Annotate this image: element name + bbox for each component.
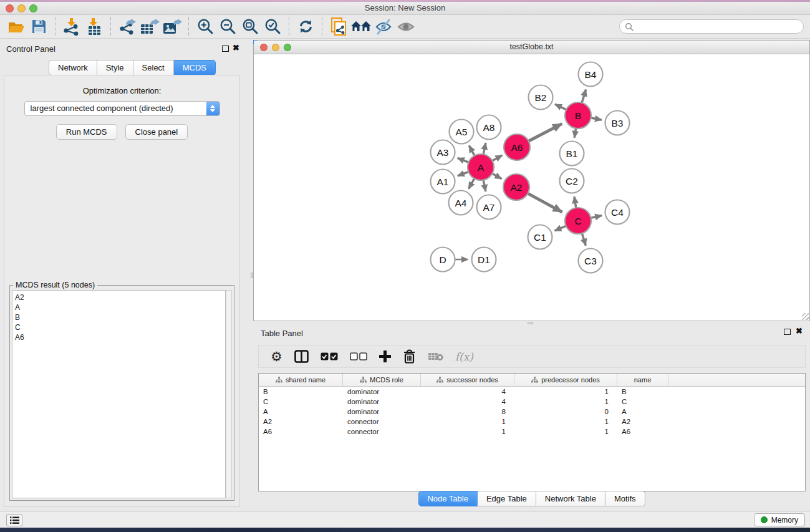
apply-layout-button[interactable] <box>294 17 317 37</box>
edge-C-C4[interactable] <box>591 216 602 218</box>
edge-B-B4[interactable] <box>582 89 586 103</box>
table-cell[interactable]: A <box>259 408 343 415</box>
table-cell[interactable]: A6 <box>617 428 668 435</box>
search-input[interactable] <box>634 22 798 31</box>
mcds-result-list[interactable]: A2 A B C A6 <box>12 290 226 498</box>
zoom-window-button[interactable] <box>29 4 37 12</box>
create-column-plus-icon[interactable] <box>379 351 391 362</box>
new-session-from-file-button[interactable] <box>327 17 350 37</box>
close-window-button[interactable] <box>6 4 14 12</box>
table-row[interactable]: Adominator80A <box>259 407 805 417</box>
column-header-shared-name[interactable]: shared name <box>259 374 343 386</box>
select-all-columns-icon[interactable] <box>321 352 338 360</box>
open-session-button[interactable] <box>5 17 27 37</box>
table-row[interactable]: A2connector11A2 <box>259 417 805 427</box>
node-table[interactable]: shared name MCDS role successor nodes pr… <box>258 373 806 491</box>
network-canvas[interactable]: B4B2BB3A5A8A6A3B1AA1C2A2A4A7C4CC1DD1C3 <box>254 54 809 321</box>
column-header-predecessor-nodes[interactable]: predecessor nodes <box>514 374 617 386</box>
vertical-splitter-handle[interactable] <box>251 273 253 278</box>
table-cell[interactable]: dominator <box>343 408 421 415</box>
minimize-network-window-button[interactable] <box>272 44 279 51</box>
memory-button[interactable]: Memory <box>754 513 805 526</box>
table-cell[interactable]: 1 <box>514 388 617 395</box>
table-row[interactable]: Cdominator41C <box>259 397 805 407</box>
main-titlebar[interactable]: Session: New Session <box>0 2 810 15</box>
edge-A-A4[interactable] <box>468 178 475 188</box>
tab-style[interactable]: Style <box>97 60 133 75</box>
table-cell[interactable]: 4 <box>421 388 514 395</box>
zoom-network-window-button[interactable] <box>284 44 291 51</box>
float-panel-icon[interactable] <box>222 46 229 52</box>
zoom-in-button[interactable] <box>194 17 216 37</box>
table-cell[interactable]: 1 <box>514 418 617 425</box>
show-tasks-button[interactable] <box>6 514 22 526</box>
delete-column-trash-icon[interactable] <box>403 349 416 364</box>
table-cell[interactable]: dominator <box>343 388 421 395</box>
result-item[interactable]: C <box>15 322 225 332</box>
edge-A-A7[interactable] <box>483 180 486 191</box>
import-table-button[interactable] <box>83 17 105 37</box>
result-list-scrollbar[interactable] <box>226 290 232 498</box>
show-graphics-details-button[interactable] <box>395 17 417 37</box>
table-cell[interactable]: 8 <box>421 408 514 415</box>
result-item[interactable]: A <box>15 302 225 312</box>
home-view-button[interactable] <box>350 17 372 37</box>
close-table-panel-icon[interactable]: ✖ <box>796 326 803 336</box>
table-cell[interactable]: 1 <box>421 428 514 435</box>
table-row[interactable]: A6connector11A6 <box>259 427 805 437</box>
function-builder-icon[interactable]: f(x) <box>455 351 473 363</box>
edge-C-C1[interactable] <box>554 226 566 231</box>
table-settings-gear-icon[interactable]: ⚙ <box>271 349 282 364</box>
edge-A-A6[interactable] <box>492 155 503 161</box>
table-cell[interactable]: 1 <box>421 418 514 425</box>
table-cell[interactable]: dominator <box>343 398 421 405</box>
minimize-window-button[interactable] <box>17 4 26 12</box>
zoom-fit-button[interactable] <box>239 17 261 37</box>
table-cell[interactable]: A6 <box>259 428 343 435</box>
result-item[interactable]: A6 <box>15 332 225 342</box>
tab-select[interactable]: Select <box>133 60 174 75</box>
edge-C-C3[interactable] <box>582 233 586 246</box>
zoom-out-button[interactable] <box>216 17 239 37</box>
column-header-mcds-role[interactable]: MCDS role <box>343 374 421 386</box>
tab-motifs[interactable]: Motifs <box>605 491 645 506</box>
tab-network[interactable]: Network <box>49 60 97 75</box>
edge-B-B3[interactable] <box>591 118 602 120</box>
result-item[interactable]: B <box>15 312 225 322</box>
run-mcds-button[interactable]: Run MCDS <box>56 124 117 140</box>
table-cell[interactable]: 1 <box>514 398 617 405</box>
edge-A2-C[interactable] <box>528 193 562 213</box>
float-table-panel-icon[interactable] <box>784 329 791 335</box>
deselect-all-columns-icon[interactable] <box>350 352 367 360</box>
table-cell[interactable]: C <box>617 398 668 405</box>
column-header-name[interactable]: name <box>617 374 668 386</box>
table-cell[interactable]: connector <box>343 428 421 435</box>
close-panel-button[interactable]: Close panel <box>125 124 188 140</box>
close-network-window-button[interactable] <box>260 44 268 51</box>
table-cell[interactable]: C <box>259 398 343 405</box>
tab-edge-table[interactable]: Edge Table <box>478 491 536 506</box>
table-cell[interactable]: A2 <box>259 418 343 425</box>
table-cell[interactable]: 0 <box>514 408 617 415</box>
edge-A-A5[interactable] <box>469 145 475 156</box>
export-table-button[interactable] <box>138 17 161 37</box>
result-item[interactable]: A2 <box>15 293 225 302</box>
table-cell[interactable]: A2 <box>617 418 668 425</box>
edge-A6-B[interactable] <box>528 123 562 141</box>
delete-table-icon[interactable] <box>428 352 443 361</box>
edge-B-B1[interactable] <box>574 128 576 138</box>
network-window-titlebar[interactable]: testGlobe.txt <box>254 41 809 54</box>
table-cell[interactable]: A <box>617 408 668 415</box>
export-image-button[interactable] <box>161 17 183 37</box>
search-field[interactable] <box>619 19 804 34</box>
column-header-successor-nodes[interactable]: successor nodes <box>421 374 514 386</box>
table-row[interactable]: Bdominator41B <box>259 387 805 397</box>
show-columns-icon[interactable] <box>294 350 309 363</box>
edge-A-A8[interactable] <box>483 143 486 155</box>
edge-B-B2[interactable] <box>555 104 567 110</box>
table-cell[interactable]: 1 <box>514 428 617 435</box>
tab-mcds[interactable]: MCDS <box>174 60 216 75</box>
save-session-button[interactable] <box>27 17 50 37</box>
edge-A-A3[interactable] <box>458 158 470 162</box>
zoom-selected-button[interactable] <box>261 17 284 37</box>
